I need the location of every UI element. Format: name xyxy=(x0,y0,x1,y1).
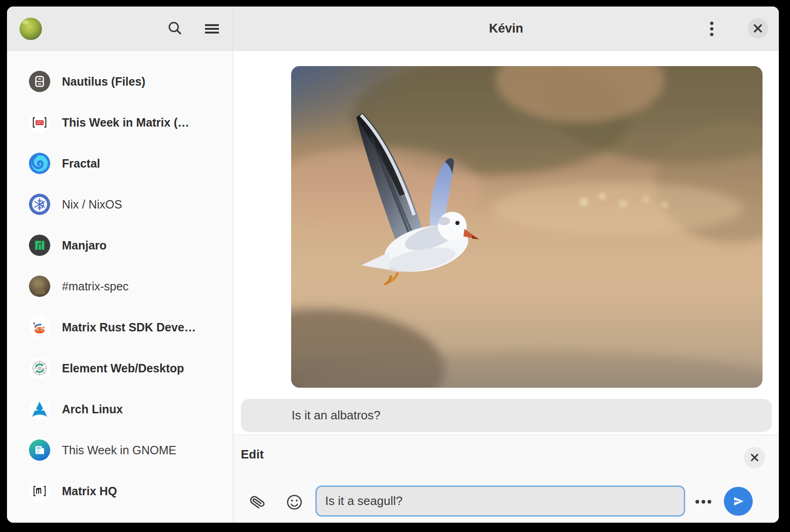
room-name: Manjaro xyxy=(62,239,107,252)
room-avatar-nixos xyxy=(29,194,50,215)
sidebar-item-twim[interactable]: This Week in Matrix (… xyxy=(7,102,233,143)
chat-panel: Is it an albatros? Edit xyxy=(233,51,779,523)
room-avatar-arch xyxy=(29,398,50,420)
search-icon xyxy=(167,20,184,37)
sidebar-item-matrix-hq[interactable]: Matrix HQ xyxy=(7,471,233,512)
sidebar-item-element[interactable]: Element Web/Desktop xyxy=(7,348,233,389)
text-message-bubble[interactable]: Is it an albatros? xyxy=(241,399,772,432)
headerbar: Kévin xyxy=(7,7,779,51)
room-name: This Week in Matrix (… xyxy=(62,116,189,129)
room-name: #matrix-spec xyxy=(62,280,129,293)
room-menu-button[interactable] xyxy=(702,20,721,38)
message-history: Is it an albatros? xyxy=(233,51,779,435)
sidebar-item-nautilus[interactable]: Nautilus (Files) xyxy=(7,61,233,102)
send-icon xyxy=(731,494,745,508)
room-name: Nix / NixOS xyxy=(62,198,122,211)
close-icon xyxy=(750,453,759,462)
sidebar-item-rust-sdk[interactable]: Matrix Rust SDK Deve… xyxy=(7,307,233,348)
attach-file-button[interactable] xyxy=(247,492,267,512)
room-list: Nautilus (Files) This Week in Matrix (… xyxy=(7,51,233,523)
edit-label: Edit xyxy=(241,447,264,462)
sidebar-item-twig[interactable]: This Week in GNOME xyxy=(7,430,233,471)
room-avatar-matrix-spec xyxy=(29,276,50,297)
ellipsis-icon xyxy=(693,492,714,512)
search-button[interactable] xyxy=(166,20,184,38)
room-avatar-nautilus xyxy=(29,71,50,92)
room-name: Matrix HQ xyxy=(62,485,117,498)
seagull-photo xyxy=(291,66,763,388)
kebab-menu-icon xyxy=(703,20,720,37)
sidebar-item-fractal[interactable]: Fractal xyxy=(7,143,233,184)
emoji-button[interactable] xyxy=(284,492,305,512)
image-message[interactable] xyxy=(291,66,763,388)
page-title: Kévin xyxy=(489,21,524,36)
smiley-icon xyxy=(286,494,303,511)
sidebar-item-arch[interactable]: Arch Linux xyxy=(7,389,233,430)
fractal-window: Kévin xyxy=(7,7,779,523)
window-close-button[interactable] xyxy=(748,18,768,39)
content: Nautilus (Files) This Week in Matrix (… xyxy=(7,51,779,523)
account-avatar[interactable] xyxy=(20,18,42,40)
room-name: Element Web/Desktop xyxy=(62,362,184,375)
room-avatar-rust-sdk xyxy=(29,317,50,338)
main-menu-button[interactable] xyxy=(203,20,221,38)
room-avatar-matrix-hq xyxy=(29,480,50,502)
message-text: Is it an albatros? xyxy=(241,408,381,423)
room-name: Matrix Rust SDK Deve… xyxy=(62,321,196,334)
cancel-edit-button[interactable] xyxy=(744,447,765,468)
room-avatar-fractal xyxy=(29,153,50,174)
room-name: Fractal xyxy=(62,157,100,170)
send-button[interactable] xyxy=(724,487,753,516)
hamburger-menu-icon xyxy=(204,20,220,37)
edit-panel: Edit xyxy=(233,435,779,523)
room-avatar-manjaro xyxy=(29,235,50,256)
more-options-button[interactable] xyxy=(693,492,714,512)
room-name: Arch Linux xyxy=(62,403,123,416)
room-avatar-twig xyxy=(29,439,50,461)
room-name: Nautilus (Files) xyxy=(62,75,145,88)
close-icon xyxy=(753,23,763,34)
sidebar-item-manjaro[interactable]: Manjaro xyxy=(7,225,233,266)
room-avatar-twim xyxy=(29,112,50,133)
main-header: Kévin xyxy=(233,7,779,50)
sidebar-item-matrix-spec[interactable]: #matrix-spec xyxy=(7,266,233,307)
sidebar-item-nixos[interactable]: Nix / NixOS xyxy=(7,184,233,225)
room-name: This Week in GNOME xyxy=(62,444,176,457)
room-avatar-element xyxy=(29,357,50,379)
message-input[interactable] xyxy=(315,485,685,517)
paperclip-icon xyxy=(248,493,266,511)
sidebar-header xyxy=(7,7,233,50)
